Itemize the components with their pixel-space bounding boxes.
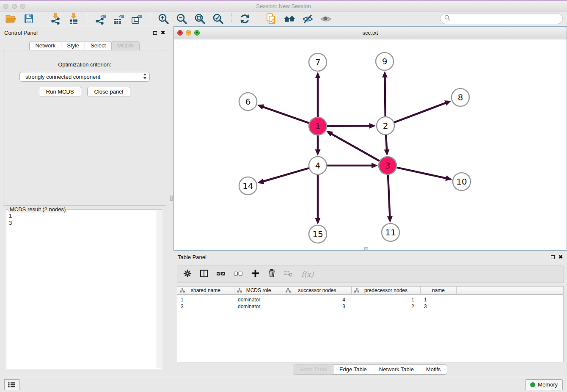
home-icon[interactable] bbox=[283, 13, 296, 25]
search-box[interactable] bbox=[440, 13, 563, 24]
edge-1-7[interactable] bbox=[315, 72, 321, 117]
node-11[interactable]: 11 bbox=[382, 224, 399, 241]
node-7[interactable]: 7 bbox=[309, 53, 327, 71]
horizontal-splitter-handle[interactable] bbox=[364, 247, 368, 250]
node-4[interactable]: 4 bbox=[309, 157, 327, 174]
open-session-icon[interactable] bbox=[4, 13, 17, 25]
column-header-shared-name[interactable]: shared name bbox=[177, 287, 234, 294]
edge-2-9[interactable] bbox=[382, 71, 388, 116]
edge-4-15[interactable] bbox=[315, 175, 321, 224]
column-header-mcds-role[interactable]: MCDS role bbox=[234, 287, 283, 294]
column-header-name[interactable]: name bbox=[421, 287, 457, 294]
close-table-panel-icon[interactable]: ✖ bbox=[559, 254, 563, 259]
memory-button[interactable]: Memory bbox=[525, 379, 563, 390]
float-table-panel-icon[interactable] bbox=[551, 255, 555, 259]
save-session-icon[interactable] bbox=[22, 13, 35, 25]
cell-mcds-role[interactable]: dominator bbox=[234, 304, 283, 309]
node-10[interactable]: 10 bbox=[453, 173, 471, 190]
refresh-icon[interactable] bbox=[238, 13, 251, 25]
zoom-selected-icon[interactable] bbox=[212, 13, 224, 25]
edge-1-4[interactable] bbox=[315, 135, 321, 156]
tab-edge-table[interactable]: Edge Table bbox=[333, 364, 373, 375]
node-14[interactable]: 14 bbox=[239, 177, 257, 195]
zoom-fit-icon[interactable] bbox=[193, 13, 206, 25]
float-panel-icon[interactable] bbox=[153, 31, 157, 35]
column-header-successor-nodes[interactable]: successor nodes bbox=[283, 287, 352, 294]
export-network-icon[interactable] bbox=[94, 13, 107, 25]
svg-text:2: 2 bbox=[383, 121, 388, 131]
mcds-result-text[interactable]: 1 3 bbox=[7, 211, 156, 368]
edge-3-10[interactable] bbox=[396, 168, 452, 181]
select-stepper-icon bbox=[143, 73, 147, 80]
export-image-icon[interactable] bbox=[130, 13, 143, 25]
edge-2-3[interactable] bbox=[384, 135, 389, 156]
cell-predecessor-nodes[interactable]: 1 bbox=[352, 297, 421, 303]
criterion-selected-value: strongly connected component bbox=[25, 74, 100, 80]
svg-text:1: 1 bbox=[315, 121, 321, 131]
search-input[interactable] bbox=[453, 16, 559, 22]
network-maximize-button[interactable]: + bbox=[194, 30, 200, 36]
show-columns-icon[interactable] bbox=[200, 269, 208, 279]
tab-style[interactable]: Style bbox=[61, 41, 85, 50]
node-9[interactable]: 9 bbox=[376, 52, 394, 70]
cell-name[interactable]: 1 bbox=[421, 297, 457, 303]
result-scrollbar[interactable] bbox=[157, 210, 161, 368]
edge-3-11[interactable] bbox=[387, 175, 393, 223]
duplicate-network-icon[interactable] bbox=[265, 13, 278, 25]
splitter-handle[interactable] bbox=[170, 196, 173, 201]
close-panel-button[interactable]: Close panel bbox=[87, 87, 131, 97]
cell-name[interactable]: 3 bbox=[421, 304, 457, 309]
edge-4-14[interactable] bbox=[257, 168, 309, 184]
node-6[interactable]: 6 bbox=[239, 93, 257, 110]
table-settings-gear-icon[interactable] bbox=[183, 269, 192, 279]
hide-selected-eye-icon[interactable] bbox=[301, 13, 314, 25]
deselect-all-columns-icon[interactable] bbox=[234, 269, 243, 279]
tab-network-table[interactable]: Network Table bbox=[373, 364, 420, 375]
add-column-icon[interactable] bbox=[251, 269, 260, 279]
import-network-icon[interactable] bbox=[49, 13, 62, 25]
cell-successor-nodes[interactable]: 3 bbox=[283, 304, 352, 309]
cell-predecessor-nodes[interactable]: 2 bbox=[352, 304, 421, 309]
show-all-eye-icon[interactable] bbox=[319, 13, 332, 25]
node-8[interactable]: 8 bbox=[451, 88, 469, 106]
criterion-select[interactable]: strongly connected component bbox=[19, 72, 150, 82]
tab-motifs[interactable]: Motifs bbox=[420, 364, 447, 375]
cell-shared-name[interactable]: 1 bbox=[177, 297, 234, 303]
node-3[interactable]: 3 bbox=[379, 157, 396, 174]
network-canvas[interactable]: 7968124314101511 bbox=[174, 39, 567, 250]
network-graph[interactable]: 7968124314101511 bbox=[174, 39, 567, 250]
cell-successor-nodes[interactable]: 4 bbox=[283, 297, 352, 303]
import-table-icon[interactable] bbox=[67, 13, 80, 25]
node-1[interactable]: 1 bbox=[309, 117, 327, 135]
run-mcds-button[interactable]: Run MCDS bbox=[39, 87, 81, 97]
select-all-columns-icon[interactable] bbox=[216, 269, 226, 279]
table-row[interactable]: 3dominator323 bbox=[177, 303, 563, 310]
network-close-button[interactable]: ✕ bbox=[177, 30, 183, 36]
delete-column-icon[interactable] bbox=[268, 269, 276, 279]
table-row[interactable]: 1dominator411 bbox=[177, 296, 563, 303]
edge-1-6[interactable] bbox=[257, 104, 309, 123]
task-history-button[interactable] bbox=[4, 379, 19, 390]
edge-3-1[interactable] bbox=[326, 131, 380, 161]
panel-splitter[interactable] bbox=[169, 26, 173, 377]
zoom-in-icon[interactable] bbox=[157, 13, 170, 25]
tab-mcds[interactable]: MCDS bbox=[111, 41, 139, 50]
node-15[interactable]: 15 bbox=[309, 225, 327, 243]
close-panel-icon[interactable]: ✖ bbox=[161, 30, 165, 35]
delete-table-icon[interactable] bbox=[284, 270, 293, 279]
edge-2-8[interactable] bbox=[394, 100, 451, 122]
function-builder-icon[interactable]: f(x) bbox=[301, 270, 314, 279]
export-table-icon[interactable] bbox=[112, 13, 125, 25]
node-2[interactable]: 2 bbox=[377, 117, 394, 135]
network-minimize-button[interactable]: − bbox=[186, 30, 191, 36]
zoom-out-icon[interactable] bbox=[175, 13, 188, 25]
tab-node-table[interactable]: Node Table bbox=[293, 364, 333, 375]
cell-shared-name[interactable]: 3 bbox=[177, 304, 234, 309]
cell-mcds-role[interactable]: dominator bbox=[234, 297, 283, 303]
tab-select[interactable]: Select bbox=[85, 41, 112, 50]
column-header-predecessor-nodes[interactable]: predecessor nodes bbox=[352, 287, 421, 294]
edge-1-2[interactable] bbox=[327, 123, 376, 129]
tab-network[interactable]: Network bbox=[29, 41, 61, 50]
edge-4-3[interactable] bbox=[327, 163, 378, 168]
control-panel-title: Control Panel bbox=[4, 30, 38, 36]
